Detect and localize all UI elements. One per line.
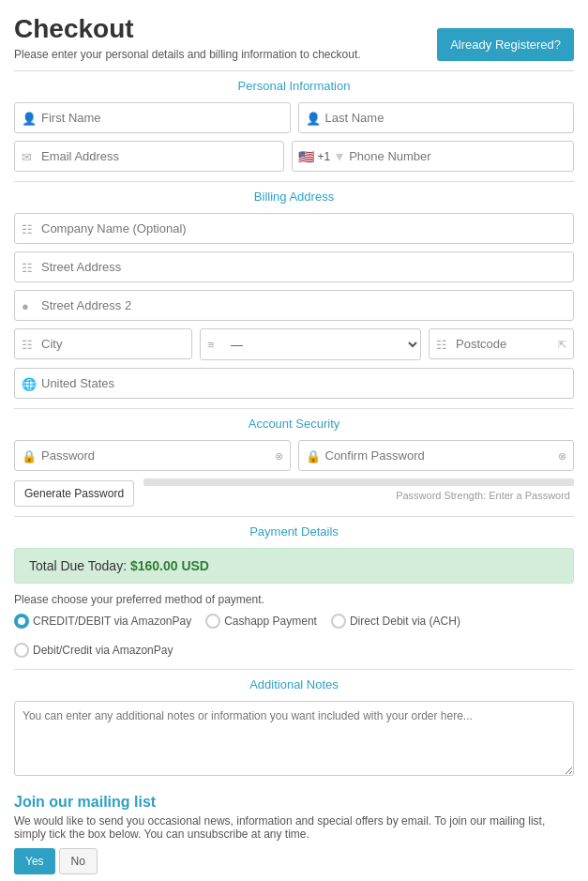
email-phone-row: ✉ 🇺🇸 +1 ▾ — [14, 141, 574, 172]
street1-field: ☷ — [14, 251, 574, 282]
person-icon-2: 👤 — [306, 111, 321, 125]
postcode-icon: ☷ — [436, 338, 447, 352]
company-field: ☷ — [14, 213, 574, 244]
payment-option-creditdebit[interactable]: CREDIT/DEBIT via AmazonPay — [14, 614, 191, 629]
section-personal-info: Personal Information — [14, 79, 574, 93]
confirm-password-field: 🔒 ⊗ — [298, 440, 575, 471]
divider-payment — [14, 516, 574, 517]
section-account-security: Account Security — [14, 417, 574, 431]
payment-option-directdebit[interactable]: Direct Debit via (ACH) — [331, 614, 460, 629]
email-input[interactable] — [14, 141, 284, 172]
city-field: ☷ — [14, 328, 192, 360]
pin-icon: ● — [22, 298, 29, 312]
payment-label-creditdebit: CREDIT/DEBIT via AmazonPay — [33, 615, 191, 628]
mailing-list-title: Join our mailing list — [14, 794, 574, 811]
phone-field: 🇺🇸 +1 ▾ — [292, 141, 575, 172]
confirm-password-input[interactable] — [298, 440, 575, 471]
name-row: 👤 👤 — [14, 102, 574, 133]
section-billing-address: Billing Address — [14, 190, 574, 204]
city-state-postcode-row: ☷ ≡ — ☷ ⇱ — [14, 328, 574, 360]
divider-security — [14, 408, 574, 409]
phone-input[interactable] — [349, 142, 567, 171]
total-due-amount: $160.00 USD — [130, 558, 209, 573]
first-name-field: 👤 — [14, 102, 291, 133]
additional-notes-section — [14, 701, 574, 779]
city-input[interactable] — [14, 328, 192, 359]
radio-debitcredit[interactable] — [14, 643, 29, 658]
map-icon: ☷ — [22, 260, 33, 274]
person-icon: 👤 — [22, 111, 37, 125]
password-strength-bar — [143, 478, 574, 486]
country-input[interactable] — [14, 368, 574, 399]
phone-code: +1 — [318, 150, 331, 163]
company-input[interactable] — [14, 213, 574, 244]
password-toggle-icon[interactable]: ⊗ — [275, 449, 283, 462]
mailing-no-button[interactable]: No — [59, 848, 98, 874]
mailing-list-description: We would like to send you occasional new… — [14, 814, 574, 841]
generate-password-button[interactable]: Generate Password — [14, 480, 134, 507]
last-name-input[interactable] — [298, 102, 575, 133]
globe-icon: 🌐 — [22, 376, 37, 390]
email-icon: ✉ — [22, 149, 32, 163]
payment-label-debitcredit: Debit/Credit via AmazonPay — [33, 644, 173, 657]
payment-option-cashapp[interactable]: Cashapp Payment — [205, 614, 317, 629]
country-field: 🌐 — [14, 368, 574, 399]
payment-option-debitcredit[interactable]: Debit/Credit via AmazonPay — [14, 643, 173, 658]
radio-directdebit[interactable] — [331, 614, 346, 629]
street2-input[interactable] — [14, 290, 574, 321]
building-icon: ☷ — [22, 221, 33, 235]
email-field: ✉ — [14, 141, 284, 172]
city-icon: ☷ — [22, 338, 33, 352]
payment-label-cashapp: Cashapp Payment — [224, 615, 317, 628]
payment-method-label: Please choose your preferred method of p… — [14, 593, 574, 606]
mailing-yes-button[interactable]: Yes — [14, 848, 55, 874]
divider-personal — [14, 70, 574, 71]
total-due-label: Total Due Today: — [29, 558, 127, 573]
payment-label-directdebit: Direct Debit via (ACH) — [350, 615, 460, 628]
last-name-field: 👤 — [298, 102, 575, 133]
already-registered-button[interactable]: Already Registered? — [437, 28, 574, 61]
mailing-list-buttons: Yes No — [14, 848, 574, 874]
state-field: ≡ — — [200, 328, 421, 360]
flag-icon: 🇺🇸 — [298, 149, 314, 164]
divider-billing — [14, 181, 574, 182]
street2-field: ● — [14, 290, 574, 321]
payment-options: CREDIT/DEBIT via AmazonPay Cashapp Payme… — [14, 614, 574, 658]
notes-textarea[interactable] — [14, 701, 574, 776]
password-field: 🔒 ⊗ — [14, 440, 291, 471]
postcode-input[interactable] — [429, 328, 574, 359]
section-payment-details: Payment Details — [14, 524, 574, 539]
password-input[interactable] — [14, 440, 291, 471]
state-select[interactable]: — — [200, 328, 421, 360]
total-due-bar: Total Due Today: $160.00 USD — [14, 548, 574, 584]
mailing-list-section: Join our mailing list We would like to s… — [14, 794, 574, 874]
lock-icon: 🔒 — [22, 448, 37, 463]
confirm-password-toggle-icon[interactable]: ⊗ — [558, 449, 566, 462]
state-icon: ≡ — [207, 338, 215, 352]
divider-notes — [14, 669, 574, 670]
password-strength-label: Password Strength: Enter a Password — [143, 490, 574, 501]
street1-input[interactable] — [14, 251, 574, 282]
first-name-input[interactable] — [14, 102, 291, 133]
postcode-field: ☷ ⇱ — [429, 328, 574, 360]
phone-divider: ▾ — [336, 147, 343, 165]
password-row: 🔒 ⊗ 🔒 ⊗ — [14, 440, 574, 471]
lock-icon-2: 🔒 — [306, 448, 321, 463]
section-additional-notes: Additional Notes — [14, 677, 574, 691]
radio-cashapp[interactable] — [205, 614, 220, 629]
postcode-expand-icon: ⇱ — [558, 339, 566, 351]
radio-creditdebit[interactable] — [14, 614, 29, 629]
